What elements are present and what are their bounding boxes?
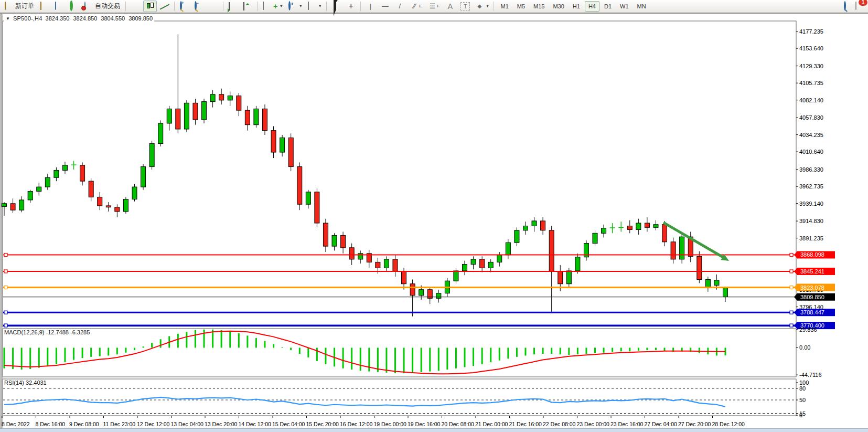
- notifications-icon[interactable]: 1: [855, 2, 864, 10]
- macd-axis-label: 0.00: [799, 344, 810, 351]
- vertical-line-icon: |: [366, 2, 374, 10]
- rsi-axis-label: 50: [799, 397, 806, 403]
- bull-candle: [332, 235, 337, 246]
- price-tick-label: 3891.235: [799, 235, 823, 241]
- chevron-down-icon: ▾: [486, 4, 488, 8]
- rsi-current-value: 32.4031: [26, 380, 47, 386]
- x-axis-label: 15 Dec 04:00: [272, 421, 305, 427]
- new-order-button[interactable]: 新订单: [2, 1, 37, 12]
- cursor-tool-button[interactable]: [329, 1, 343, 12]
- text-tool-button[interactable]: A: [443, 1, 457, 12]
- tile-windows-button[interactable]: [207, 1, 220, 12]
- vline-tool-button[interactable]: |: [363, 1, 377, 12]
- chevron-down-icon[interactable]: ▼: [6, 16, 10, 21]
- bull-candle: [19, 200, 24, 210]
- fibonacci-sub-label: F: [437, 4, 440, 8]
- timeframe-button-d1[interactable]: D1: [601, 1, 615, 12]
- timeframe-button-m5[interactable]: M5: [513, 1, 529, 12]
- signals-button[interactable]: [67, 1, 81, 12]
- timeframe-button-m30[interactable]: M30: [549, 1, 567, 12]
- periods-button[interactable]: ▾: [286, 1, 304, 12]
- terminal-button[interactable]: [52, 1, 66, 12]
- zoom-in-button[interactable]: +: [177, 1, 191, 12]
- bull-candle: [45, 177, 50, 187]
- bar-chart-mode-button[interactable]: [128, 1, 142, 12]
- zoom-out-button[interactable]: −: [192, 1, 206, 12]
- bull-candle: [202, 102, 207, 120]
- price-tick-label: 4153.640: [799, 45, 823, 51]
- timeframe-button-w1[interactable]: W1: [616, 1, 633, 12]
- price-tick-label: 4010.640: [799, 149, 823, 155]
- candlestick-icon: [146, 2, 154, 10]
- bear-candle: [558, 271, 563, 283]
- rsi-axis-label: 0: [799, 412, 802, 418]
- bull-candle: [454, 271, 458, 281]
- x-axis-label: 22 Dec 08:00: [543, 421, 576, 427]
- fibonacci-tool-button[interactable]: ☰F: [426, 1, 443, 12]
- rsi-name: RSI(14): [4, 380, 24, 386]
- bull-candle: [705, 279, 710, 287]
- search-icon[interactable]: [844, 2, 852, 10]
- timeframe-button-h4[interactable]: H4: [585, 1, 599, 12]
- line-handle: [4, 324, 7, 327]
- bear-candle: [288, 138, 293, 166]
- market-watch-button[interactable]: [38, 1, 51, 12]
- cursor-icon: [332, 2, 340, 10]
- hline-tool-button[interactable]: —: [378, 1, 392, 12]
- toolbar-separator: [125, 2, 126, 11]
- bull-candle: [463, 265, 467, 271]
- x-axis-label: 21 Dec 16:00: [509, 421, 542, 427]
- line-handle: [4, 253, 7, 256]
- auto-trading-icon: [84, 2, 93, 10]
- x-axis-label: 23 Dec 00:00: [577, 421, 610, 427]
- chart-title[interactable]: ▼ SP500-,H4 3824.350 3824.850 3804.550 3…: [4, 15, 154, 22]
- line-handle: [790, 311, 793, 314]
- candlestick-mode-button[interactable]: [143, 1, 157, 12]
- timeframe-button-m1[interactable]: M1: [497, 1, 512, 12]
- bull-candle: [62, 165, 67, 171]
- bear-candle: [219, 94, 224, 100]
- timeframe-button-m15[interactable]: M15: [530, 1, 548, 12]
- x-axis-label: 12 Dec 12:00: [137, 421, 170, 427]
- bar-chart-icon: [131, 2, 140, 10]
- channel-tool-button[interactable]: ⁄⁄E: [408, 1, 424, 12]
- new-chart-icon: [263, 2, 271, 10]
- timeframe-button-h1[interactable]: H1: [569, 1, 584, 12]
- bull-candle: [523, 226, 528, 230]
- bear-candle: [106, 206, 111, 207]
- price-tag-label: 3809.850: [800, 294, 824, 300]
- label-tool-button[interactable]: T: [458, 1, 471, 12]
- toolbar-separator: [257, 2, 258, 11]
- new-chart-button[interactable]: +▾: [260, 1, 285, 12]
- bull-candle: [254, 109, 259, 124]
- open-value: 3824.350: [46, 15, 70, 22]
- bull-candle: [141, 167, 146, 187]
- plus-icon: +: [273, 3, 277, 10]
- bear-candle: [115, 207, 120, 212]
- shapes-tool-button[interactable]: ◆▾: [473, 1, 491, 12]
- bear-candle: [237, 96, 241, 111]
- timeframe-button-mn[interactable]: MN: [634, 1, 650, 12]
- auto-scroll-button[interactable]: [226, 1, 240, 12]
- chart-shift-button[interactable]: [241, 1, 254, 12]
- market-watch-icon: [40, 2, 49, 10]
- line-handle: [4, 286, 7, 289]
- auto-trading-button[interactable]: 自动交易: [82, 1, 123, 12]
- bull-candle: [680, 237, 684, 259]
- price-tag-label: 3788.447: [800, 309, 824, 315]
- tile-windows-icon: [209, 2, 218, 10]
- bear-candle: [89, 181, 93, 197]
- chart-canvas[interactable]: 4177.2354153.6404129.3304105.7354082.140…: [0, 0, 868, 432]
- x-axis-label: 21 Dec 00:00: [475, 421, 508, 427]
- panel-frame: [3, 379, 796, 416]
- line-chart-mode-button[interactable]: [158, 1, 172, 12]
- channel-icon: ⁄⁄: [410, 2, 419, 10]
- templates-button[interactable]: ▾: [305, 1, 324, 12]
- price-tick-label: 4129.330: [799, 63, 823, 69]
- new-order-icon: [5, 2, 13, 10]
- crosshair-tool-button[interactable]: +: [344, 1, 358, 12]
- bear-candle: [376, 262, 380, 268]
- trendline-tool-button[interactable]: /: [393, 1, 406, 12]
- price-tick-label: 4057.830: [799, 114, 823, 121]
- bull-candle: [566, 271, 571, 284]
